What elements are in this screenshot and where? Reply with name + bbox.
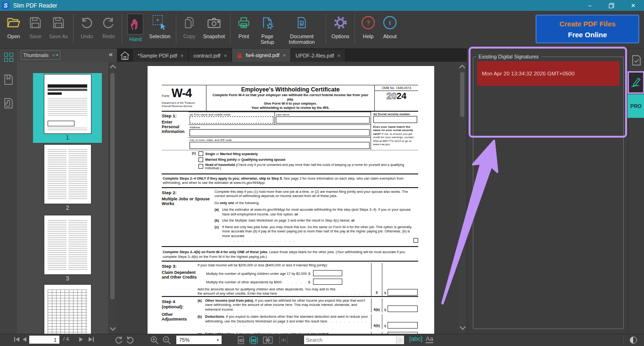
selection-tool-button[interactable]: + Selection: [149, 14, 170, 39]
step3-total-field[interactable]: [388, 289, 418, 296]
sidebar-header: Thumbnails ≡ ▾ «: [17, 49, 117, 62]
continuous-facing-view-button[interactable]: [278, 336, 289, 345]
maximize-button[interactable]: [601, 0, 622, 11]
form-step1: Step 1: Enter Personal Information (a) F…: [162, 112, 418, 150]
zoom-in-button[interactable]: [150, 336, 159, 345]
help-button[interactable]: ? Help: [360, 14, 376, 39]
ssn-field[interactable]: [373, 116, 417, 123]
undo-button[interactable]: Undo: [79, 14, 95, 39]
document-info-icon: [296, 14, 308, 32]
close-tab-icon[interactable]: ×: [283, 52, 286, 58]
app-logo-icon: S: [2, 2, 9, 9]
other-income-field[interactable]: [388, 305, 418, 312]
home-tab-button[interactable]: [117, 49, 133, 62]
rotate-clockwise-button[interactable]: [115, 336, 123, 344]
copy-button[interactable]: Copy: [182, 14, 198, 39]
viewer-scrollbar[interactable]: [458, 62, 466, 334]
thumbnails-panel-icon[interactable]: [4, 53, 13, 62]
thumbnail-page-4[interactable]: 4: [33, 283, 102, 334]
save-as-button[interactable]: Save As: [49, 14, 68, 39]
signature-entry[interactable]: Mon Apr 20 13:34:32 2026 GMT+0500: [477, 61, 619, 86]
search-box: ›: [304, 336, 404, 344]
hand-tool-button[interactable]: Hand: [127, 14, 143, 42]
zoom-out-button[interactable]: [162, 336, 171, 345]
document-information-button[interactable]: Document Information: [283, 14, 321, 45]
first-name-field[interactable]: [190, 116, 273, 124]
thumbnail-page-1[interactable]: 1: [33, 73, 102, 143]
pro-badge[interactable]: PRO: [627, 94, 644, 118]
tab-contract-pdf[interactable]: contract.pdf ×: [189, 49, 232, 62]
close-tab-icon[interactable]: ×: [337, 53, 340, 58]
married-jointly-checkbox[interactable]: [198, 157, 203, 162]
city-state-zip-field[interactable]: [190, 142, 370, 149]
panel-selector-dropdown[interactable]: Thumbnails ≡ ▾: [21, 50, 60, 60]
right-tool-rail: PRO: [628, 49, 644, 334]
facing-pages-view-button[interactable]: [262, 336, 273, 345]
other-dependents-amount-field[interactable]: [313, 279, 342, 285]
tab-updf-2-files-pdf[interactable]: UPDF-2-files.pdf ×: [291, 49, 346, 62]
rotate-counterclockwise-button[interactable]: [126, 336, 134, 344]
menu-lines-icon: ≡: [52, 53, 55, 58]
snapshot-button[interactable]: Snapshot: [203, 14, 225, 39]
previous-page-button[interactable]: [23, 337, 26, 342]
create-pdf-online-button[interactable]: Create PDF Files Free Online: [536, 15, 639, 43]
pdf-viewer[interactable]: Form W-4 Department of the TreasuryInter…: [117, 62, 467, 334]
thumbnail-page-2[interactable]: 2: [33, 143, 102, 213]
close-tab-icon[interactable]: ×: [181, 53, 183, 58]
form-title: Employee's Withholding Certificate: [209, 86, 372, 93]
about-button[interactable]: i About: [382, 14, 398, 39]
address-field[interactable]: [190, 129, 370, 136]
camera-icon: [207, 14, 221, 32]
last-page-button[interactable]: [89, 337, 94, 342]
whole-words-toggle[interactable]: [abc]: [409, 335, 422, 342]
form-header: Form W-4 Department of the TreasuryInter…: [162, 85, 418, 112]
options-button[interactable]: Options: [331, 14, 349, 39]
help-icon: ?: [362, 14, 375, 32]
form-step4: Step 4 (optional): Other Adjustments (a)…: [162, 296, 418, 334]
deductions-field[interactable]: [388, 322, 418, 329]
signatures-groupbox: Existing Digital Signatures Mon Apr 20 1…: [473, 57, 624, 329]
sidebar-scrollbar[interactable]: [108, 62, 116, 334]
last-name-field[interactable]: [276, 116, 370, 124]
digital-signature-button[interactable]: [627, 71, 644, 94]
attachments-panel-icon[interactable]: [0, 98, 17, 109]
tab-fw4-signed-pdf[interactable]: fw4-signed.pdf ×: [232, 49, 291, 62]
page-number-input[interactable]: [29, 336, 59, 344]
head-of-household-checkbox[interactable]: [198, 164, 203, 169]
open-button[interactable]: Open: [6, 14, 22, 39]
filing-status-checkboxes: (c) Single or Married filing separately …: [162, 150, 418, 173]
printer-icon: [237, 14, 250, 32]
toolbar-separator: [355, 14, 355, 44]
titlebar: S Slim PDF Reader – ✕: [0, 0, 644, 11]
collapse-sidebar-button[interactable]: «: [107, 50, 115, 58]
validate-document-icon[interactable]: [628, 53, 644, 67]
minimize-button[interactable]: –: [579, 0, 601, 11]
page-setup-button[interactable]: Page Setup: [257, 14, 277, 45]
next-page-button[interactable]: [79, 337, 83, 342]
save-button[interactable]: Save: [27, 14, 43, 39]
close-button[interactable]: ✕: [622, 0, 644, 11]
scroll-down-icon[interactable]: [110, 325, 116, 331]
bookmarks-panel-icon[interactable]: [0, 74, 17, 85]
print-button[interactable]: Print: [236, 14, 252, 39]
chevron-down-icon: ▾: [217, 338, 219, 342]
search-input[interactable]: [304, 337, 396, 343]
thumbnail-page-3[interactable]: 3: [33, 214, 102, 284]
first-page-button[interactable]: [14, 337, 19, 342]
redo-button[interactable]: Redo: [100, 14, 116, 39]
tab-sample-pdf[interactable]: *Sample PDF.pdf ×: [133, 49, 189, 62]
undo-icon: [80, 14, 94, 32]
contrast-theme-toggle[interactable]: [630, 337, 637, 344]
document-tabs: *Sample PDF.pdf × contract.pdf × fw4-sig…: [117, 49, 467, 62]
continuous-view-button[interactable]: [249, 336, 258, 345]
close-tab-icon[interactable]: ×: [224, 53, 227, 58]
zoom-level-dropdown[interactable]: 75% ▾: [176, 336, 222, 344]
form-step3: Step 3: Claim Dependent and Other Credit…: [162, 262, 418, 296]
single-checkbox[interactable]: [198, 151, 203, 156]
single-page-view-button[interactable]: [237, 336, 245, 345]
find-next-button[interactable]: ›: [396, 336, 404, 344]
scroll-up-icon[interactable]: [110, 65, 116, 71]
two-jobs-checkbox[interactable]: [413, 238, 418, 243]
match-case-toggle[interactable]: Aa: [426, 336, 433, 343]
qualifying-children-amount-field[interactable]: [313, 270, 342, 276]
